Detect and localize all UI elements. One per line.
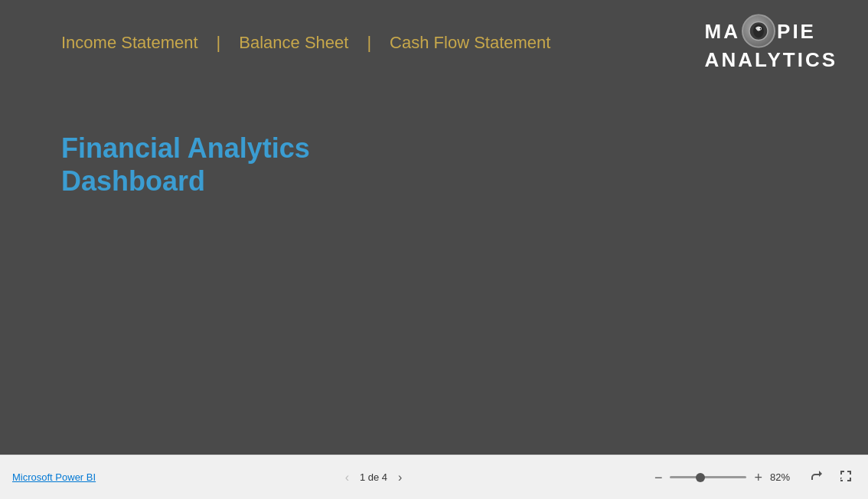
zoom-controls: − + 82% bbox=[651, 471, 798, 484]
logo-line1: MA PIE bbox=[705, 15, 816, 48]
logo-circle-icon bbox=[742, 15, 775, 48]
logo-wrapper: MA PIE ANALYTICS bbox=[705, 15, 837, 72]
page-next-button[interactable]: › bbox=[393, 469, 406, 486]
fullscreen-button[interactable] bbox=[836, 468, 856, 488]
nav-separator-1: | bbox=[217, 33, 221, 53]
page-prev-button[interactable]: ‹ bbox=[341, 469, 354, 486]
page-info: 1 de 4 bbox=[360, 471, 387, 483]
nav-links: Income Statement | Balance Sheet | Cash … bbox=[61, 33, 550, 53]
logo-area: MA PIE ANALYTICS bbox=[705, 15, 837, 72]
svg-point-3 bbox=[760, 28, 762, 30]
dashboard-area: Financial Analytics Dashboard bbox=[0, 86, 868, 455]
dashboard-title-line2: Dashboard bbox=[61, 165, 807, 197]
logo-bird-icon bbox=[748, 21, 769, 42]
status-bar: Microsoft Power BI ‹ 1 de 4 › − + 82% bbox=[0, 455, 868, 499]
dashboard-title-line1: Financial Analytics bbox=[61, 132, 807, 165]
logo-analytics-text: ANALYTICS bbox=[705, 48, 837, 71]
zoom-out-button[interactable]: − bbox=[651, 471, 666, 484]
dashboard-title: Financial Analytics Dashboard bbox=[61, 132, 807, 197]
zoom-in-button[interactable]: + bbox=[751, 471, 765, 484]
share-button[interactable] bbox=[807, 468, 827, 488]
main-content: Income Statement | Balance Sheet | Cash … bbox=[0, 0, 868, 455]
logo-ma: MA bbox=[705, 19, 740, 43]
share-icon bbox=[810, 469, 824, 483]
nav-balance-sheet[interactable]: Balance Sheet bbox=[239, 33, 348, 53]
zoom-percent-display: 82% bbox=[770, 471, 798, 483]
logo-pie: PIE bbox=[777, 19, 816, 43]
nav-income-statement[interactable]: Income Statement bbox=[61, 33, 198, 53]
logo-analytics-line: ANALYTICS bbox=[705, 48, 837, 72]
nav-bar: Income Statement | Balance Sheet | Cash … bbox=[0, 0, 868, 86]
zoom-slider[interactable] bbox=[670, 476, 746, 478]
nav-separator-2: | bbox=[367, 33, 371, 53]
pagination-controls: ‹ 1 de 4 › bbox=[341, 469, 407, 486]
powerbi-link[interactable]: Microsoft Power BI bbox=[12, 471, 96, 483]
nav-cash-flow-statement[interactable]: Cash Flow Statement bbox=[390, 33, 550, 53]
fullscreen-icon bbox=[839, 469, 853, 483]
status-right-icons: − + 82% bbox=[651, 468, 856, 488]
